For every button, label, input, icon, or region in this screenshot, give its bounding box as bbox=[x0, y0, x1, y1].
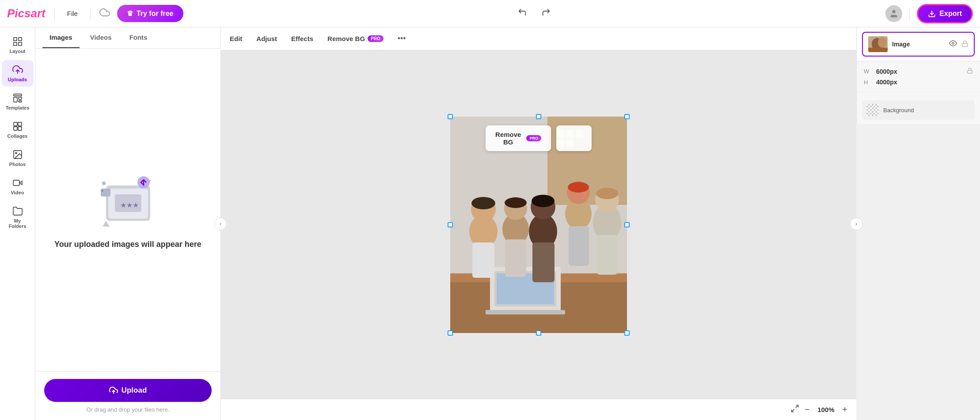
right-panel-properties: W 6000px H 4000px bbox=[857, 61, 980, 92]
aspect-lock-button[interactable] bbox=[967, 68, 973, 75]
svg-rect-13 bbox=[14, 127, 17, 130]
sidebar-label-my-folders: My Folders bbox=[5, 218, 30, 229]
sidebar-label-video: Video bbox=[11, 190, 24, 195]
svg-rect-68 bbox=[868, 48, 888, 52]
logo: Picsart bbox=[7, 7, 46, 20]
handle-bottom-middle[interactable] bbox=[536, 330, 541, 336]
upload-illustration: ★★★ bbox=[93, 170, 163, 232]
sidebar-item-video[interactable]: Video bbox=[2, 173, 34, 200]
svg-point-67 bbox=[878, 37, 887, 48]
svg-rect-11 bbox=[14, 122, 17, 126]
sidebar-label-collages: Collages bbox=[8, 133, 28, 139]
topbar: Picsart File ♛ Try for free bbox=[0, 0, 980, 27]
svg-point-21 bbox=[102, 182, 106, 185]
try-free-label: Try for free bbox=[137, 10, 174, 18]
overlay-remove-bg-label: Remove BG bbox=[495, 131, 521, 146]
templates-icon bbox=[12, 93, 23, 103]
svg-rect-52 bbox=[486, 310, 565, 314]
panel-body: ★★★ Your uploaded images will appear her… bbox=[35, 49, 220, 371]
handle-middle-right[interactable] bbox=[624, 222, 630, 227]
zoom-out-button[interactable]: − bbox=[805, 405, 810, 415]
svg-point-26 bbox=[102, 190, 103, 192]
svg-rect-70 bbox=[962, 43, 968, 46]
height-prop-row: H 4000px bbox=[864, 79, 973, 86]
svg-rect-55 bbox=[532, 242, 555, 282]
handle-top-middle[interactable] bbox=[536, 114, 541, 119]
edit-button[interactable]: Edit bbox=[230, 33, 242, 44]
undo-button[interactable] bbox=[515, 5, 530, 22]
canvas-remove-bg-button[interactable]: Remove BG PRO bbox=[486, 125, 551, 151]
divider-3 bbox=[909, 8, 910, 20]
tab-images[interactable]: Images bbox=[42, 27, 80, 48]
svg-rect-2 bbox=[14, 38, 17, 41]
logo-text: Picsart bbox=[7, 7, 46, 20]
svg-rect-56 bbox=[569, 226, 589, 266]
svg-rect-14 bbox=[18, 127, 22, 130]
collapse-panel-button[interactable]: ‹ bbox=[214, 218, 227, 230]
svg-rect-25 bbox=[101, 189, 110, 197]
sidebar-item-photos[interactable]: Photos bbox=[2, 145, 34, 171]
sidebar-label-photos: Photos bbox=[9, 162, 26, 167]
svg-point-0 bbox=[893, 10, 896, 13]
expand-right-panel-button[interactable]: › bbox=[850, 218, 862, 230]
cloud-sync-button[interactable] bbox=[99, 7, 110, 20]
export-button[interactable]: Export bbox=[917, 4, 973, 23]
canvas-image-wrapper[interactable]: Remove BG PRO bbox=[450, 117, 627, 333]
background-layer-item[interactable]: Background bbox=[862, 100, 975, 120]
canvas-secondary-button[interactable] bbox=[556, 125, 592, 151]
collages-icon bbox=[12, 121, 23, 132]
crown-icon: ♛ bbox=[127, 9, 133, 18]
redo-button[interactable] bbox=[539, 5, 554, 22]
upload-illustration-svg: ★★★ bbox=[93, 170, 163, 232]
user-avatar-button[interactable] bbox=[885, 5, 902, 22]
handle-bottom-left[interactable] bbox=[448, 330, 453, 336]
svg-text:★★★: ★★★ bbox=[120, 201, 139, 209]
zoom-in-button[interactable]: + bbox=[842, 405, 847, 415]
width-label: W bbox=[864, 68, 873, 75]
svg-marker-18 bbox=[19, 181, 22, 185]
svg-rect-17 bbox=[13, 180, 19, 185]
right-panel-wrapper: › Image bbox=[856, 27, 980, 420]
svg-point-16 bbox=[15, 152, 17, 154]
svg-rect-10 bbox=[19, 101, 22, 102]
height-value: 4000px bbox=[876, 79, 897, 86]
layout-icon bbox=[12, 36, 23, 47]
my-folders-icon bbox=[12, 206, 23, 216]
more-options-button[interactable]: ••• bbox=[398, 34, 406, 43]
upload-message: Your uploaded images will appear here bbox=[54, 239, 201, 250]
svg-point-62 bbox=[596, 188, 618, 199]
sidebar-item-layout[interactable]: Layout bbox=[2, 32, 34, 58]
tab-fonts[interactable]: Fonts bbox=[122, 27, 155, 48]
layer-lock-button[interactable] bbox=[961, 40, 969, 49]
width-prop-row: W 6000px bbox=[864, 68, 973, 75]
handle-top-right[interactable] bbox=[624, 114, 630, 119]
uploads-panel: Images Videos Fonts ★★★ bbox=[35, 27, 221, 420]
try-free-button[interactable]: ♛ Try for free bbox=[117, 5, 183, 22]
svg-line-64 bbox=[791, 409, 794, 412]
handle-top-left[interactable] bbox=[448, 114, 453, 119]
svg-rect-54 bbox=[505, 239, 526, 277]
handle-bottom-right[interactable] bbox=[624, 330, 630, 336]
svg-point-60 bbox=[532, 195, 555, 207]
upload-icon bbox=[109, 386, 118, 395]
remove-bg-button[interactable]: Remove BG bbox=[327, 33, 365, 44]
video-icon bbox=[12, 178, 23, 188]
fullscreen-icon bbox=[790, 404, 799, 413]
canvas-content[interactable]: Remove BG PRO bbox=[221, 50, 856, 399]
file-button[interactable]: File bbox=[64, 8, 81, 19]
sidebar-item-collages[interactable]: Collages bbox=[2, 117, 34, 143]
upload-button[interactable]: Upload bbox=[44, 379, 212, 402]
handle-middle-left[interactable] bbox=[448, 222, 453, 227]
sidebar-item-templates[interactable]: Templates bbox=[2, 88, 34, 115]
aspect-lock-icon bbox=[967, 68, 973, 74]
layer-visibility-button[interactable] bbox=[949, 39, 957, 49]
effects-button[interactable]: Effects bbox=[291, 33, 313, 44]
adjust-button[interactable]: Adjust bbox=[256, 33, 277, 44]
layer-item-image[interactable]: Image bbox=[862, 32, 975, 57]
sidebar-item-my-folders[interactable]: My Folders bbox=[2, 201, 34, 233]
drag-hint: Or drag and drop your files here. bbox=[87, 406, 170, 413]
tab-videos[interactable]: Videos bbox=[83, 27, 119, 48]
sidebar-item-uploads[interactable]: Uploads bbox=[2, 60, 34, 87]
fullscreen-button[interactable] bbox=[790, 404, 799, 415]
topbar-center bbox=[183, 5, 886, 22]
